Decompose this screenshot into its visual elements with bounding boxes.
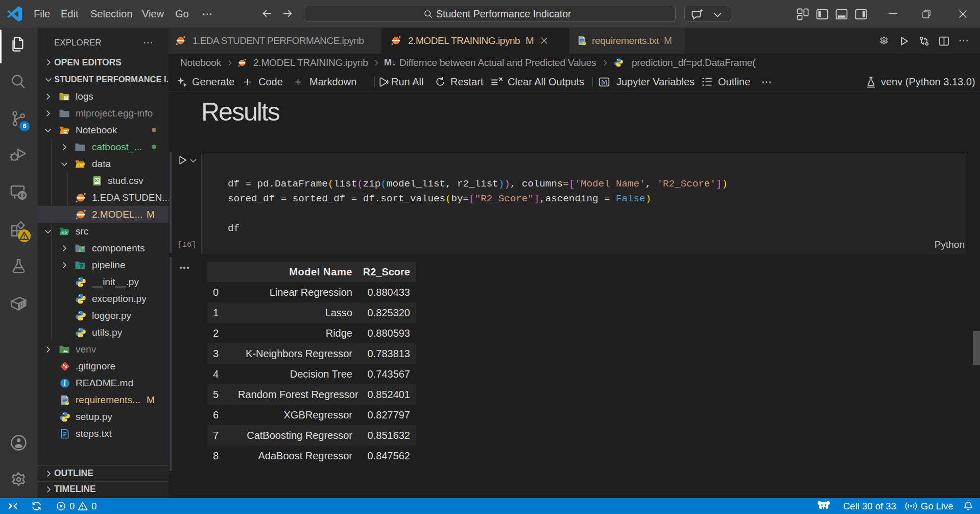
svg-text:[x]: [x] (602, 80, 607, 85)
